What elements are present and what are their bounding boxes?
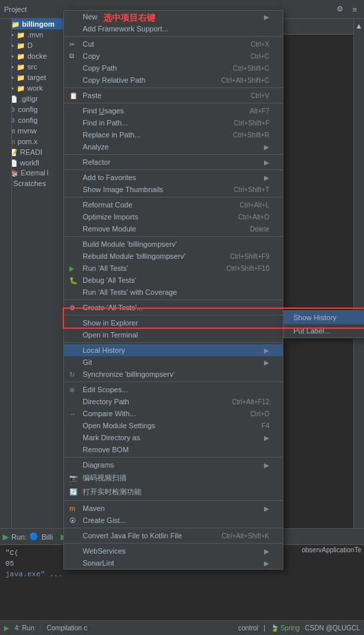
run-tests-label: Run 'All Tests' [83, 264, 128, 272]
separator-6 [64, 197, 283, 197]
menu-item-module-settings[interactable]: Open Module Settings F4 [64, 420, 283, 432]
menu-item-find-usages[interactable]: Find Usages Alt+F7 [64, 105, 283, 117]
submenu-arrow-favorites: ▶ [264, 174, 269, 181]
menu-item-analyze[interactable]: Analyze ▶ [64, 141, 283, 153]
menu-item-compare-with[interactable]: ↔ Compare With... Ctrl+D [64, 408, 283, 420]
menu-item-video-scan[interactable]: 📷 编码视频扫描 [64, 471, 283, 485]
paste-label: Paste [83, 91, 101, 99]
menu-item-new[interactable]: New ▶ [64, 11, 283, 23]
submenu-arrow-refactor: ▶ [264, 159, 269, 166]
menu-item-local-history[interactable]: Local History ▶ [64, 344, 283, 356]
copy-shortcut: Ctrl+C [250, 53, 269, 60]
refactor-label: Refactor [83, 158, 111, 166]
video-scan-label: 编码视频扫描 [83, 473, 127, 483]
directory-path-shortcut: Ctrl+Alt+F12 [232, 398, 269, 406]
separator-3 [64, 103, 283, 103]
replace-path-label: Replace in Path... [83, 131, 141, 139]
menu-item-replace-path[interactable]: Replace in Path... Ctrl+Shift+R [64, 129, 283, 141]
menu-item-debug-tests[interactable]: 🐛 Debug 'All Tests' [64, 274, 283, 286]
submenu-show-history[interactable]: Show History [284, 311, 364, 324]
menu-item-rebuild[interactable]: Rebuild Module 'billingompserv' Ctrl+Shi… [64, 250, 283, 262]
rebuild-shortcut: Ctrl+Shift+F9 [230, 253, 269, 260]
menu-item-add-favorites[interactable]: Add to Favorites ▶ [64, 171, 283, 183]
copy-relative-shortcut: Ctrl+Alt+Shift+C [221, 77, 269, 84]
menu-item-build[interactable]: Build Module 'billingompserv' [64, 238, 283, 250]
cut-label: Cut [83, 40, 94, 48]
menu-item-find-path[interactable]: Find in Path... Ctrl+Shift+F [64, 117, 283, 129]
diagrams-label: Diagrams [83, 461, 114, 469]
show-history-label: Show History [293, 313, 337, 322]
separator-2 [64, 87, 283, 88]
menu-item-refactor[interactable]: Refactor ▶ [64, 156, 283, 168]
reformat-label: Reformat Code [83, 201, 133, 209]
separator-7 [64, 236, 283, 237]
menu-item-optimize[interactable]: Optimize Imports Ctrl+Alt+O [64, 211, 283, 223]
menu-item-run-tests[interactable]: ▶ Run 'All Tests' Ctrl+Shift+F10 [64, 262, 283, 274]
menu-item-run-coverage[interactable]: Run 'All Tests' with Coverage [64, 286, 283, 298]
run-tests-shortcut: Ctrl+Shift+F10 [227, 265, 269, 272]
menu-item-show-explorer[interactable]: Show in Explorer [64, 317, 283, 329]
find-path-label: Find in Path... [83, 119, 128, 127]
copy-icon: ⧉ [69, 52, 74, 60]
paste-icon: 📋 [69, 92, 77, 99]
paste-shortcut: Ctrl+V [251, 92, 269, 99]
separator-5 [64, 169, 283, 170]
menu-item-realtime[interactable]: 🔄 打开实时检测功能 [64, 485, 283, 499]
create-gist-label: Create Gist... [83, 516, 126, 524]
menu-item-remove-bom[interactable]: Remove BOM [64, 444, 283, 456]
menu-item-mark-directory[interactable]: Mark Directory as ▶ [64, 432, 283, 444]
run-coverage-label: Run 'All Tests' with Coverage [83, 288, 177, 296]
module-settings-shortcut: F4 [261, 422, 269, 430]
menu-item-directory-path[interactable]: Directory Path Ctrl+Alt+F12 [64, 396, 283, 408]
debug-tests-label: Debug 'All Tests' [83, 276, 136, 284]
menu-item-remove-module[interactable]: Remove Module Delete [64, 223, 283, 235]
separator-14 [64, 528, 283, 528]
submenu-arrow-git: ▶ [264, 359, 269, 366]
menu-item-webservices[interactable]: WebServices ▶ [64, 545, 283, 557]
copy-relative-label: Copy Relative Path [83, 76, 145, 84]
menu-item-diagrams[interactable]: Diagrams ▶ [64, 459, 283, 471]
menu-item-show-thumbnails[interactable]: Show Image Thumbnails Ctrl+Shift+T [64, 183, 283, 195]
menu-item-copy[interactable]: ⧉ Copy Ctrl+C [64, 50, 283, 62]
compare-icon: ↔ [69, 410, 76, 418]
copy-path-label: Copy Path [83, 64, 117, 72]
menu-item-synchronize[interactable]: ↻ Synchronize 'billingompserv' [64, 368, 283, 380]
menu-item-git[interactable]: Git ▶ [64, 356, 283, 368]
menu-item-copy-relative[interactable]: Copy Relative Path Ctrl+Alt+Shift+C [64, 74, 283, 86]
submenu-put-label[interactable]: Put Label... [284, 324, 364, 338]
mark-directory-label: Mark Directory as [83, 434, 140, 442]
synchronize-label: Synchronize 'billingompserv' [83, 370, 175, 378]
debug-icon: 🐛 [69, 277, 77, 284]
compare-shortcut: Ctrl+D [250, 410, 269, 418]
menu-item-create-gist[interactable]: ⦿ Create Gist... [64, 514, 283, 526]
open-terminal-label: Open in Terminal [83, 331, 138, 339]
directory-path-label: Directory Path [83, 398, 129, 406]
menu-item-copy-path[interactable]: Copy Path Ctrl+Shift+C [64, 62, 283, 74]
convert-kotlin-label: Convert Java File to Kotlin File [83, 532, 182, 540]
menu-item-maven[interactable]: m Maven ▶ [64, 502, 283, 514]
maven-icon: m [69, 505, 75, 512]
realtime-label: 打开实时检测功能 [83, 487, 141, 497]
find-usages-label: Find Usages [83, 107, 124, 115]
context-menu-overlay: 选中项目右键 New ▶ Add Framework Support... ✂ … [0, 0, 364, 635]
menu-item-reformat[interactable]: Reformat Code Ctrl+Alt+L [64, 199, 283, 211]
menu-item-open-terminal[interactable]: Open in Terminal [64, 329, 283, 341]
menu-item-edit-scopes[interactable]: ⊕ Edit Scopes... [64, 384, 283, 396]
menu-item-cut[interactable]: ✂ Cut Ctrl+X [64, 38, 283, 50]
menu-item-convert-kotlin[interactable]: Convert Java File to Kotlin File Ctrl+Al… [64, 530, 283, 542]
menu-item-paste[interactable]: 📋 Paste Ctrl+V [64, 89, 283, 101]
menu-item-add-framework[interactable]: Add Framework Support... [64, 23, 283, 35]
analyze-label: Analyze [83, 143, 109, 151]
edit-scopes-label: Edit Scopes... [83, 386, 128, 394]
create-tests-label: Create 'All Tests'... [83, 303, 143, 311]
copy-label: Copy [83, 52, 100, 60]
put-label-label: Put Label... [293, 327, 331, 335]
menu-item-create-tests[interactable]: ⚙ Create 'All Tests'... [64, 301, 283, 313]
context-menu: New ▶ Add Framework Support... ✂ Cut Ctr… [63, 10, 283, 570]
submenu-arrow-ws: ▶ [264, 548, 269, 555]
separator-4 [64, 154, 283, 155]
menu-item-sonarlint[interactable]: SonarLint ▶ [64, 557, 283, 569]
optimize-shortcut: Ctrl+Alt+O [238, 213, 269, 221]
show-thumbnails-shortcut: Ctrl+Shift+T [234, 186, 269, 193]
cut-shortcut: Ctrl+X [251, 41, 269, 48]
